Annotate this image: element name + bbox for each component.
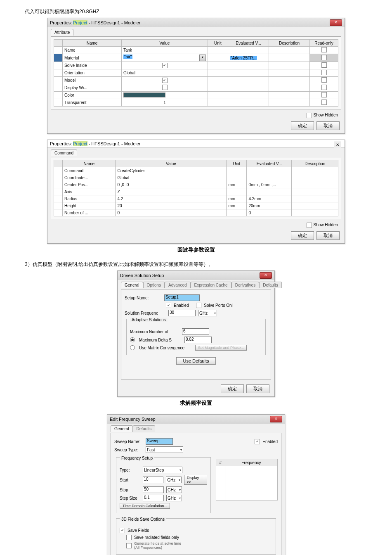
start-input[interactable]: 10 bbox=[143, 477, 164, 483]
show-hidden-checkbox[interactable] bbox=[307, 113, 312, 118]
col-frequency: Frequency bbox=[225, 459, 277, 466]
cell: 0mm , 0mm ,... bbox=[247, 181, 292, 188]
table-row[interactable]: Solve Inside bbox=[54, 62, 338, 69]
table-row[interactable]: Transparent1 bbox=[54, 99, 338, 107]
cell: 20mm bbox=[247, 202, 292, 209]
cell: 0 bbox=[247, 209, 292, 216]
table-row[interactable]: Material"air"▾"Arlon 25FR... bbox=[54, 54, 338, 62]
save-options-fieldset: 3D Fields Save Options Save Fields Save … bbox=[116, 518, 276, 555]
cancel-button[interactable]: 取消 bbox=[316, 231, 340, 240]
tab-defaults[interactable]: Defaults bbox=[133, 425, 156, 432]
start-unit-select[interactable]: GHz bbox=[166, 477, 182, 483]
readonly-checkbox[interactable] bbox=[321, 62, 327, 68]
cell: mm bbox=[227, 202, 247, 209]
tab-expression-cache[interactable]: Expression Cache bbox=[191, 282, 231, 288]
tab-general[interactable]: General bbox=[121, 282, 143, 288]
edit-freq-sweep-dialog: Edit Frequency Sweep ✕ GeneralDefaults S… bbox=[107, 414, 285, 555]
col-description: Description bbox=[269, 40, 310, 47]
table-row[interactable]: Number of ...00 bbox=[54, 209, 338, 216]
table-row[interactable]: CommandCreateCylinder bbox=[54, 167, 338, 174]
tab-options[interactable]: Options bbox=[143, 282, 165, 288]
table-row[interactable]: Height20mm20mm bbox=[54, 202, 338, 209]
readonly-checkbox[interactable] bbox=[321, 100, 327, 105]
step-unit-select[interactable]: GHz bbox=[166, 495, 182, 501]
col-unit: Unit bbox=[227, 160, 247, 167]
tab-defaults[interactable]: Defaults bbox=[259, 282, 282, 288]
table-row[interactable]: Model bbox=[54, 77, 338, 84]
cell: mm bbox=[227, 195, 247, 202]
col-value: Value bbox=[122, 40, 208, 47]
color-swatch[interactable] bbox=[123, 92, 165, 97]
cell: 4.2mm bbox=[247, 195, 292, 202]
tab-general[interactable]: General bbox=[111, 425, 133, 432]
solution-freq-unit-select[interactable]: GHz bbox=[198, 310, 217, 316]
readonly-checkbox[interactable] bbox=[321, 77, 327, 83]
ok-button[interactable]: 确定 bbox=[221, 384, 244, 393]
cell-value: Global bbox=[122, 69, 208, 77]
tab-advanced[interactable]: Advanced bbox=[165, 282, 190, 288]
sweep-type-select[interactable]: Fast bbox=[146, 446, 183, 453]
max-num-label: Maximum Number of bbox=[130, 330, 179, 334]
caption-solve-freq: 求解频率设置 bbox=[25, 399, 367, 407]
close-icon[interactable]: ✕ bbox=[330, 19, 342, 26]
table-row[interactable]: Display Wi... bbox=[54, 84, 338, 92]
chevron-down-icon[interactable]: ▾ bbox=[199, 55, 206, 61]
close-icon[interactable]: ✕ bbox=[260, 272, 272, 279]
ok-button[interactable]: 确定 bbox=[291, 231, 314, 240]
solution-freq-input[interactable]: 30 bbox=[168, 310, 196, 316]
tab-command[interactable]: Command bbox=[51, 149, 77, 156]
max-num-input[interactable]: 6 bbox=[182, 328, 209, 335]
stop-unit-select[interactable]: GHz bbox=[166, 486, 182, 493]
table-row[interactable]: Center Pos...0 ,0 ,0mm0mm , 0mm ,... bbox=[54, 181, 338, 188]
table-row[interactable]: NameTank bbox=[54, 47, 338, 54]
table-row[interactable]: AxisZ bbox=[54, 188, 338, 195]
matrix-conv-radio[interactable] bbox=[130, 345, 135, 350]
enabled-checkbox[interactable] bbox=[255, 439, 260, 444]
time-domain-button[interactable]: Time Domain Calculation... bbox=[120, 503, 170, 509]
enabled-checkbox[interactable] bbox=[166, 303, 171, 308]
cancel-button[interactable]: 取消 bbox=[316, 121, 340, 130]
readonly-checkbox[interactable] bbox=[321, 92, 327, 97]
save-fields-checkbox[interactable] bbox=[120, 528, 125, 533]
table-row[interactable]: Radius4.2mm4.2mm bbox=[54, 195, 338, 202]
matrix-conv-label: Use Matrix Convergence bbox=[139, 346, 193, 350]
tab-attribute[interactable]: Attribute bbox=[51, 29, 73, 36]
save-radiated-checkbox[interactable] bbox=[126, 535, 132, 540]
close-icon[interactable]: ✕ bbox=[334, 142, 341, 148]
setup-name-label: Setup Name: bbox=[125, 296, 162, 300]
readonly-checkbox[interactable] bbox=[321, 70, 327, 75]
show-hidden-label: Show Hidden bbox=[314, 113, 338, 118]
title-prefix: Properties: bbox=[50, 141, 73, 146]
stop-input[interactable]: 50 bbox=[143, 486, 164, 493]
tab-derivatives[interactable]: Derivatives bbox=[231, 282, 259, 288]
type-select[interactable]: LinearStep bbox=[143, 467, 182, 473]
readonly-checkbox[interactable] bbox=[321, 55, 327, 60]
solve-ports-checkbox[interactable] bbox=[196, 303, 201, 308]
top-text: 代入可以得到极限频率为20.8GHZ bbox=[25, 8, 367, 15]
table-row[interactable]: Coordinate...Global bbox=[54, 174, 338, 181]
readonly-checkbox[interactable] bbox=[321, 47, 327, 52]
solve-inside-checkbox[interactable] bbox=[162, 63, 168, 68]
displaywi-checkbox[interactable] bbox=[162, 85, 168, 90]
setup-name-input[interactable]: Setup1 bbox=[164, 294, 200, 301]
max-delta-input[interactable]: 0.02 bbox=[184, 337, 212, 343]
properties-dialog-2: Properties: Project - HFSSDesign1 - Mode… bbox=[47, 140, 345, 244]
caption-cylindrical: 圆波导参数设置 bbox=[25, 246, 367, 254]
step-input[interactable]: 0.1 bbox=[143, 495, 164, 501]
readonly-checkbox[interactable] bbox=[321, 85, 327, 90]
table-row[interactable]: OrientationGlobal bbox=[54, 69, 338, 77]
sweep-name-input[interactable]: Sweep bbox=[146, 438, 173, 445]
ok-button[interactable]: 确定 bbox=[291, 121, 314, 130]
model-checkbox[interactable] bbox=[162, 78, 168, 83]
cell-name: Display Wi... bbox=[63, 84, 122, 92]
display-button[interactable]: Display >> bbox=[184, 475, 207, 485]
show-hidden-checkbox[interactable] bbox=[307, 223, 312, 228]
max-delta-radio[interactable] bbox=[130, 337, 135, 342]
col-evaluated: Evaluated V... bbox=[247, 160, 292, 167]
table-row[interactable]: Color bbox=[54, 92, 338, 99]
use-defaults-button[interactable]: Use Defaults bbox=[176, 357, 216, 365]
frequency-table: #Frequency bbox=[216, 459, 278, 500]
close-icon[interactable]: ✕ bbox=[270, 416, 282, 422]
cancel-button[interactable]: 取消 bbox=[246, 384, 269, 393]
generate-fields-checkbox[interactable] bbox=[126, 543, 132, 548]
